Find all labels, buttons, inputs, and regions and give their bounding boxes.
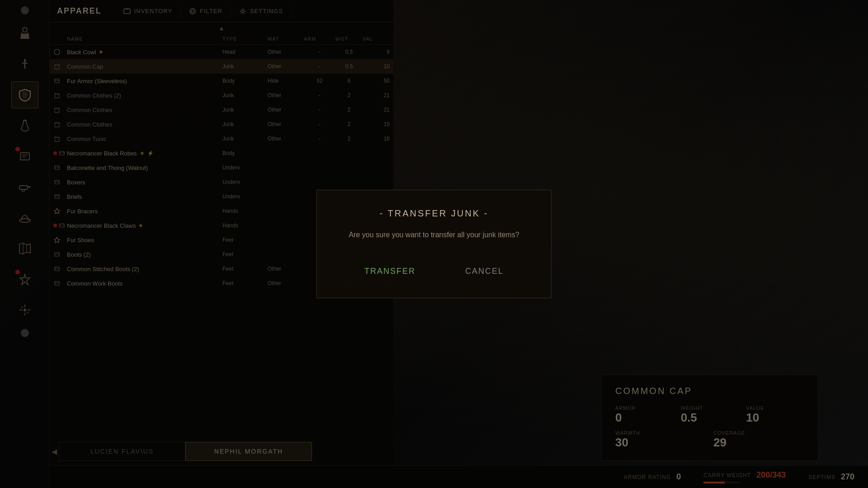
transfer-btn[interactable]: Transfer — [355, 263, 425, 280]
dialog-overlay: - Transfer Junk - Are you sure you want … — [0, 0, 868, 488]
transfer-dialog: - Transfer Junk - Are you sure you want … — [316, 190, 552, 298]
dialog-title: - Transfer Junk - — [340, 208, 528, 219]
dialog-text: Are you sure you want to transfer all yo… — [340, 230, 528, 240]
cancel-btn[interactable]: Cancel — [456, 263, 513, 280]
dialog-buttons: Transfer Cancel — [340, 263, 528, 280]
